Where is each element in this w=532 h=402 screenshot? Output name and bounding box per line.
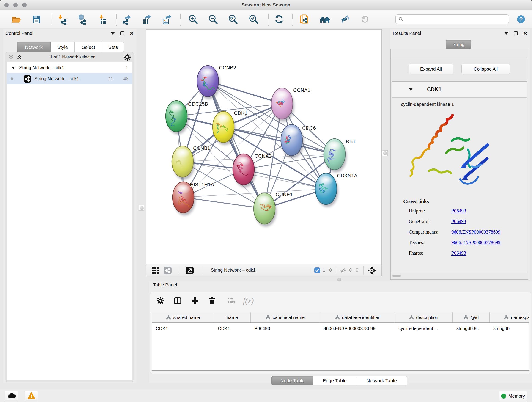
node-RB1[interactable]: [324, 139, 345, 170]
import-network-icon[interactable]: [56, 13, 68, 25]
zoom-selected-icon[interactable]: [248, 13, 260, 25]
show-columns-icon[interactable]: [172, 295, 183, 306]
export-table-icon[interactable]: [141, 13, 152, 25]
node-CCNB2[interactable]: [197, 65, 219, 97]
node-attribute-icon: [504, 315, 509, 320]
expand-all-networks-icon[interactable]: [17, 54, 22, 60]
horizontal-splitter-handle[interactable]: [337, 278, 341, 281]
warnings-button[interactable]: [25, 391, 38, 400]
expand-all-button[interactable]: Expand All: [409, 64, 453, 74]
table-row[interactable]: CDK1CDK1P064939606.ENSP00000378699cyclin…: [152, 323, 529, 334]
node-CDC25B[interactable]: [166, 101, 187, 132]
help-icon[interactable]: ?: [515, 13, 527, 25]
home-icon[interactable]: [319, 13, 331, 25]
tab-sets[interactable]: Sets: [102, 42, 124, 52]
table-cell: CDK1: [214, 326, 251, 331]
detach-view-icon[interactable]: [185, 264, 195, 276]
crosslink-value-link[interactable]: 9606.ENSP00000378699: [451, 240, 500, 245]
import-table-icon[interactable]: [97, 13, 109, 25]
node-CCNB1[interactable]: [172, 146, 193, 177]
tree-expand-icon[interactable]: [12, 66, 15, 69]
node-attribute-icon: [266, 315, 270, 320]
search-field[interactable]: [395, 14, 509, 24]
panel-float-icon[interactable]: [514, 32, 518, 35]
edge-CCNB2-CCNE1[interactable]: [208, 81, 264, 209]
column-header-name[interactable]: name: [214, 313, 251, 322]
panel-close-icon[interactable]: ✕: [130, 31, 134, 36]
crosslink-value-link[interactable]: P06493: [451, 219, 466, 224]
crosslink-value-link[interactable]: P06493: [451, 250, 466, 256]
search-input[interactable]: [405, 17, 509, 22]
import-network-from-database-icon[interactable]: [76, 13, 88, 25]
crosslink-value-link[interactable]: P06493: [451, 208, 466, 214]
network-options-gear-icon[interactable]: [123, 53, 131, 61]
results-scroll-thumb[interactable]: [393, 275, 401, 277]
crosslink-value-link[interactable]: 9606.ENSP00000378699: [451, 229, 500, 235]
right-splitter-handle[interactable]: [382, 150, 388, 156]
add-column-icon[interactable]: [190, 295, 200, 306]
collapse-all-button[interactable]: Collapse All: [462, 64, 510, 74]
open-session-icon[interactable]: [10, 13, 22, 25]
network-canvas[interactable]: CCNB2CCNA1CDC25BCDK1CDC6RB1CCNB1CCNA2CDK…: [146, 30, 381, 264]
save-session-icon[interactable]: [31, 13, 42, 25]
share-document-icon[interactable]: [298, 13, 310, 25]
gene-card-header[interactable]: CDK1: [392, 82, 526, 98]
node-CCNA2[interactable]: [233, 154, 254, 185]
column-header-description[interactable]: description: [395, 313, 453, 322]
table-options-gear-icon[interactable]: [155, 295, 166, 306]
collapse-all-networks-icon[interactable]: [8, 54, 14, 60]
search-icon: [399, 17, 404, 22]
panel-menu-icon[interactable]: [111, 32, 115, 35]
column-header-database-identifier[interactable]: database identifier: [320, 313, 395, 322]
zoom-in-icon[interactable]: [187, 13, 199, 25]
tab-select[interactable]: Select: [75, 42, 102, 52]
delete-table-icon-disabled: [226, 295, 236, 306]
edge-HIST1H1A-CCNE1[interactable]: [183, 197, 264, 209]
tab-style[interactable]: Style: [51, 42, 75, 52]
panel-menu-icon[interactable]: [504, 32, 508, 35]
node-CCNA1[interactable]: [271, 88, 293, 119]
zoom-fit-icon[interactable]: [227, 13, 239, 25]
node-CCNE1[interactable]: [254, 193, 275, 224]
tab-network[interactable]: Network: [17, 42, 51, 52]
left-splitter-handle[interactable]: [139, 205, 144, 211]
tab-node-table[interactable]: Node Table: [272, 376, 313, 385]
network-row-selected[interactable]: String Network – cdk1 11 48: [7, 73, 132, 84]
hide-visual-properties-icon[interactable]: [339, 13, 351, 25]
column-header-canonical-name[interactable]: canonical name: [251, 313, 320, 322]
network-view-dot-icon: [11, 77, 13, 80]
show-graphics-details-icon[interactable]: [359, 13, 371, 25]
crosslink-label: GeneCard:: [409, 219, 430, 224]
zoom-out-icon[interactable]: [207, 13, 219, 25]
refresh-layout-icon[interactable]: [273, 13, 285, 25]
export-image-icon[interactable]: [161, 13, 172, 25]
column-header-shared-name[interactable]: shared name: [152, 313, 214, 322]
panel-close-icon[interactable]: ✕: [523, 31, 527, 36]
network-collection-row[interactable]: String Network – cdk1 1: [7, 62, 132, 73]
node-CDC6[interactable]: [281, 124, 302, 156]
column-header-namespace[interactable]: namespace: [490, 313, 530, 322]
tab-edge-table[interactable]: Edge Table: [313, 376, 356, 385]
export-network-icon[interactable]: [120, 13, 133, 25]
node-CDKN1A[interactable]: [315, 173, 337, 204]
main-toolbar: ?: [0, 10, 532, 28]
title-bar: Session: New Session: [0, 0, 532, 10]
window-title: Session: New Session: [0, 2, 532, 7]
tab-string[interactable]: String: [446, 40, 471, 49]
tab-network-table[interactable]: Network Table: [356, 376, 407, 385]
collapse-gene-icon[interactable]: [409, 88, 413, 91]
birds-eye-view-icon[interactable]: [367, 266, 376, 275]
crosslinks-title: CrossLinks: [403, 198, 429, 204]
delete-column-icon[interactable]: [207, 295, 217, 306]
memory-button[interactable]: Memory: [499, 391, 527, 401]
edge-CCNA2-CDKN1A[interactable]: [244, 169, 326, 189]
selected-nodes-checkbox-icon[interactable]: [314, 267, 320, 274]
node-CDK1[interactable]: [213, 111, 234, 143]
selected-stat: 1 - 0: [323, 268, 332, 273]
node-attribute-icon: [335, 315, 340, 320]
grid-view-icon[interactable]: [150, 264, 160, 276]
panel-float-icon[interactable]: [120, 32, 124, 35]
cloud-button[interactable]: [5, 391, 18, 400]
column-header-@id[interactable]: @id: [453, 313, 490, 322]
toolbar-divider: [268, 13, 269, 26]
